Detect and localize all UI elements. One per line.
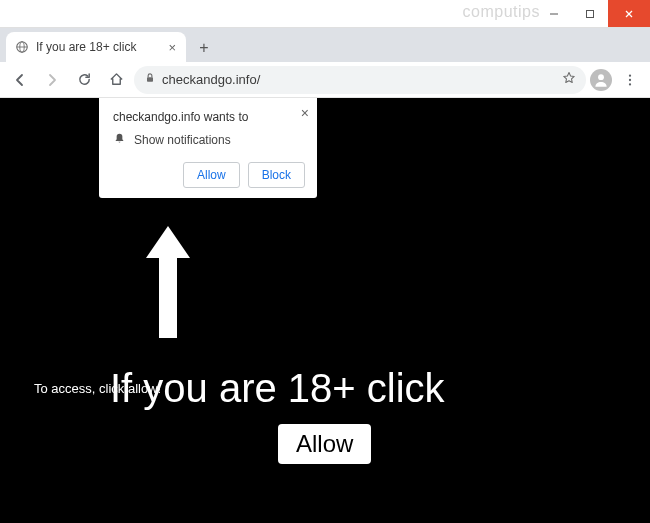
prompt-origin-text: checkandgo.info wants to [113,110,305,124]
globe-icon [14,39,30,55]
forward-button[interactable] [38,66,66,94]
window-close-button[interactable] [608,0,650,27]
prompt-close-button[interactable]: × [301,106,309,120]
bell-icon [113,132,126,148]
reload-button[interactable] [70,66,98,94]
page-viewport: To access, click allow! If you are 18+ c… [0,98,650,523]
window-minimize-button[interactable] [536,0,572,27]
arrow-up-icon [138,218,198,352]
window-maximize-button[interactable] [572,0,608,27]
svg-point-11 [629,83,631,85]
tab-close-button[interactable]: × [166,38,178,57]
notification-permission-prompt: × checkandgo.info wants to Show notifica… [99,98,317,198]
page-headline: If you are 18+ click [110,366,445,411]
lock-icon [144,72,156,87]
new-tab-button[interactable]: + [190,34,218,62]
tab-title: If you are 18+ click [36,40,136,54]
menu-button[interactable] [616,73,644,87]
window-titlebar: computips [0,0,650,28]
profile-avatar[interactable] [590,69,612,91]
svg-point-9 [629,74,631,76]
svg-rect-7 [147,77,153,82]
home-button[interactable] [102,66,130,94]
svg-point-8 [598,74,604,80]
watermark-text: computips [463,3,540,21]
bookmark-star-icon[interactable] [562,71,576,88]
page-allow-button[interactable]: Allow [278,424,371,464]
prompt-block-button[interactable]: Block [248,162,305,188]
tab-strip: If you are 18+ click × + [0,28,650,62]
prompt-permission-row: Show notifications [113,132,305,148]
svg-point-10 [629,78,631,80]
url-text: checkandgo.info/ [162,72,556,87]
address-bar[interactable]: checkandgo.info/ [134,66,586,94]
back-button[interactable] [6,66,34,94]
prompt-permission-label: Show notifications [134,133,231,147]
prompt-allow-button[interactable]: Allow [183,162,240,188]
browser-toolbar: checkandgo.info/ [0,62,650,98]
browser-tab[interactable]: If you are 18+ click × [6,32,186,62]
svg-rect-1 [587,10,594,17]
